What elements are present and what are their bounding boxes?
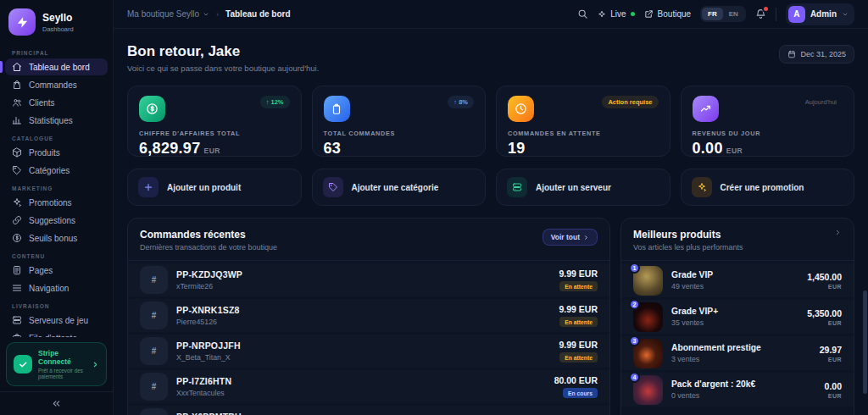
avatar: A [788, 6, 805, 23]
stat-label: REVENUS DU JOUR [693, 130, 843, 137]
create-promotion-button[interactable]: Créer une promotion [681, 169, 855, 206]
sidebar-item-promotions[interactable]: Promotions [5, 194, 108, 211]
main-area: Ma boutique Seyllo › Tableau de bord Liv… [114, 0, 868, 415]
sidebar-item-label: Commandes [29, 80, 77, 90]
lightning-bolt-icon [8, 8, 36, 36]
product-item[interactable]: 1 Grade VIP 49 ventes 1,450.00 EUR [621, 263, 854, 297]
product-item[interactable]: 2 Grade VIP+ 35 ventes 5,350.00 EUR [621, 300, 854, 334]
status-badge: En attente [559, 317, 598, 327]
sidebar-collapse-button[interactable] [0, 391, 113, 415]
add-product-button[interactable]: Ajouter un produit [127, 169, 302, 206]
clock-icon [508, 96, 534, 122]
add-category-button[interactable]: Ajouter une catégorie [312, 169, 487, 206]
product-sales: 3 ventes [671, 355, 761, 363]
sidebar-item-clients[interactable]: Clients [5, 94, 108, 111]
product-amount: 1,450.00 [807, 272, 842, 282]
sidebar-item-suggestions[interactable]: Suggestions [5, 212, 108, 229]
product-amount: 5,350.00 [807, 308, 842, 318]
lang-en-button[interactable]: EN [723, 8, 744, 20]
sidebar-item-label: Pages [29, 266, 53, 275]
sidebar-item-serveurs-de-jeu[interactable]: Serveurs de jeu [5, 312, 108, 329]
stat-card-revenue: ↑ 12% CHIFFRE D'AFFAIRES TOTAL 6,829.97 … [127, 86, 302, 157]
chevron-right-icon [583, 235, 589, 241]
boutique-button[interactable]: Boutique [644, 9, 691, 19]
stat-card-orders: ↑ 8% TOTAL COMMANDES 63 [312, 86, 487, 157]
product-currency: EUR [828, 320, 842, 326]
sidebar-item-commandes[interactable]: Commandes [5, 76, 108, 93]
order-customer: X_Beta_Titan_X [176, 353, 241, 362]
stat-value: 19 [508, 140, 526, 158]
live-status-dot [631, 12, 635, 16]
stripe-subtitle: Prêt à recevoir des paiements [38, 368, 86, 379]
plus-icon [138, 177, 159, 197]
order-row[interactable]: # PP-I7ZI6HTN XxxTentacules 80.00 EUR En… [128, 370, 609, 403]
product-name: Pack d'argent : 20k€ [671, 379, 755, 389]
box-icon [12, 147, 22, 158]
trend-badge: ↑ 12% [260, 96, 290, 108]
breadcrumb-shop[interactable]: Ma boutique Seyllo [127, 9, 209, 19]
user-menu[interactable]: A Admin [786, 3, 854, 25]
dashboard-content: Bon retour, Jake Voici ce qui se passe d… [114, 29, 868, 415]
product-name: Grade VIP [671, 270, 713, 279]
order-row[interactable]: # PP-X6PPMTBU lvmay 10.00 EUR [128, 406, 609, 415]
hash-icon: # [140, 408, 168, 415]
order-row[interactable]: # PP-NRPOJJFH X_Beta_Titan_X 9.99 EUR En… [128, 335, 609, 368]
sidebar-item-categories[interactable]: Catégories [5, 162, 108, 179]
scrollbar-thumb[interactable] [863, 290, 867, 394]
topbar: Ma boutique Seyllo › Tableau de bord Liv… [114, 0, 868, 29]
order-row[interactable]: # PP-KZDJQ3WP xTermite26 9.99 EUR En att… [128, 263, 609, 296]
section-label: LIVRAISON [5, 297, 108, 312]
date-badge: Dec 31, 2025 [779, 45, 854, 64]
stat-label: TOTAL COMMANDES [324, 130, 475, 137]
sparkles-icon [12, 197, 22, 208]
recent-orders-panel: Commandes récentes Dernières transaction… [127, 218, 610, 415]
trending-up-icon [693, 96, 719, 122]
scrollbar[interactable] [863, 0, 867, 415]
chevron-down-icon [203, 11, 209, 18]
stripe-status-card[interactable]: Stripe Connecté Prêt à recevoir des paie… [6, 342, 107, 386]
product-name: Abonnement prestige [671, 343, 761, 352]
product-sales: 49 ventes [671, 282, 713, 290]
calendar-icon [787, 50, 796, 58]
products-more-button[interactable] [834, 229, 842, 236]
app-name: Seyllo [42, 12, 74, 24]
menu-icon [12, 283, 22, 293]
sidebar-item-label: Promotions [29, 198, 72, 208]
sidebar-item-produits[interactable]: Produits [5, 144, 108, 161]
sidebar-item-label: Seuils bonus [29, 234, 77, 243]
dollar-icon [139, 96, 165, 122]
sidebar-item-file-attente[interactable]: File d'attente [5, 329, 108, 337]
sidebar-item-statistiques[interactable]: Statistiques [5, 112, 108, 129]
hash-icon: # [140, 373, 168, 401]
sparkles-icon [692, 177, 712, 197]
view-all-button[interactable]: Voir tout [542, 229, 598, 246]
product-item[interactable]: 3 Abonnement prestige 3 ventes 29.97 EUR [621, 336, 854, 370]
product-item[interactable]: 4 Pack d'argent : 20k€ 0 ventes 0.00 EUR [621, 373, 854, 407]
chevron-right-icon [92, 361, 99, 368]
sidebar-item-navigation[interactable]: Navigation [5, 279, 108, 296]
stat-card-today-revenue: Aujourd'hui REVENUS DU JOUR 0.00 EUR [681, 86, 855, 157]
search-button[interactable] [577, 8, 588, 19]
sidebar-item-seuils-bonus[interactable]: Seuils bonus [5, 230, 108, 246]
sparkle-icon [598, 10, 606, 19]
tag-icon [323, 177, 343, 197]
order-amount: 9.99 EUR [559, 340, 598, 350]
notifications-button[interactable] [755, 8, 766, 19]
clipboard-icon [324, 96, 350, 122]
sidebar-item-pages[interactable]: Pages [5, 262, 108, 279]
chevrons-left-icon [51, 398, 62, 409]
section-label: PRINCIPAL [5, 44, 108, 58]
bar-chart-icon [12, 115, 22, 125]
lang-fr-button[interactable]: FR [702, 8, 723, 20]
today-label: Aujourd'hui [799, 96, 843, 108]
product-currency: EUR [828, 357, 842, 362]
live-button[interactable]: Live [598, 9, 634, 19]
sidebar-item-tableau-de-bord[interactable]: Tableau de bord [5, 58, 108, 75]
order-row[interactable]: # PP-XNRK1SZ8 Pierre45126 9.99 EUR En at… [128, 299, 609, 332]
page-subtitle: Voici ce qui se passe dans votre boutiqu… [127, 64, 319, 73]
add-server-button[interactable]: Ajouter un serveur [496, 169, 670, 206]
logo: Seyllo Dashboard [0, 0, 113, 44]
stat-card-pending: Action requise COMMANDES EN ATTENTE 19 [496, 86, 670, 157]
order-id: PP-X6PPMTBU [176, 412, 242, 415]
tag-icon [12, 165, 22, 175]
